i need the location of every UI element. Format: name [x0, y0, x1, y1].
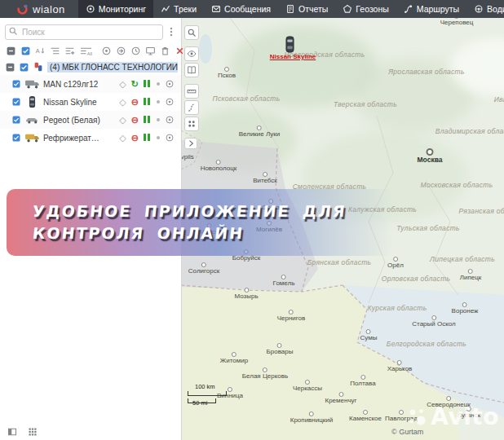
city-name: Липецк — [460, 274, 482, 281]
layout-toggle-icon[interactable] — [7, 427, 17, 437]
map-region-label: Тульская область — [396, 224, 460, 232]
map-search-button[interactable] — [184, 25, 199, 40]
map-region-label: Тверская область — [334, 100, 397, 108]
nav-item-drivers[interactable]: Водители — [466, 0, 504, 18]
map-city-label: Старый Оскол — [412, 315, 455, 328]
unit-checkbox[interactable] — [11, 97, 21, 107]
wialon-logo-icon — [16, 3, 29, 15]
locate-on-map-icon[interactable] — [101, 46, 112, 56]
promo-banner-line2: КОНТРОЛЯ ОНЛАЙН — [32, 222, 395, 244]
top-nav: wialon МониторингТрекиСообщенияОтчетыГео… — [0, 0, 504, 18]
unit-name[interactable]: Pegeot (Белая) — [43, 116, 104, 125]
connection-state-icon: ↻ — [131, 80, 139, 89]
unit-name[interactable]: Nissan Skyline — [43, 98, 104, 107]
search-row — [5, 24, 177, 40]
group-select-checkbox[interactable] — [19, 62, 29, 73]
search-icon — [187, 28, 197, 37]
show-all-icon[interactable]: All — [79, 46, 93, 56]
city-name: Житомир — [220, 357, 248, 364]
map-traffic-button[interactable] — [184, 117, 199, 131]
nav-item-tracks[interactable]: Треки — [153, 0, 204, 18]
history-icon[interactable] — [130, 46, 141, 56]
sort-az-icon[interactable]: A — [35, 46, 46, 56]
map-controls-expand-button[interactable] — [184, 138, 197, 149]
chevron-right-icon — [186, 139, 196, 148]
unit-marker-label[interactable]: Nissan Skyline — [270, 53, 316, 60]
map-region-label: Брянская область — [307, 258, 372, 266]
map-routing-button[interactable] — [184, 100, 199, 115]
ruler-icon — [187, 86, 197, 96]
sensor-dot-icon — [157, 118, 160, 121]
scale-km-bar: 100 km — [188, 391, 227, 396]
close-icon[interactable] — [175, 46, 185, 56]
nav-item-reports[interactable]: Отчеты — [278, 0, 335, 18]
unit-row[interactable]: Рефрижератор ...◇⊖ — [0, 129, 181, 147]
map-city-label: Витебск — [253, 172, 277, 184]
watch-unit-icon[interactable] — [165, 97, 175, 107]
route-icon — [187, 103, 197, 112]
nav-item-label: Маршруты — [417, 4, 459, 14]
map-city-label: Кременчуг — [325, 392, 356, 404]
city-name: Витебск — [253, 177, 277, 184]
wialon-logo[interactable]: wialon — [0, 3, 78, 15]
messages-icon — [211, 4, 221, 14]
routes-icon — [404, 4, 413, 14]
list-indent-icon[interactable] — [50, 46, 60, 56]
unit-row[interactable]: Pegeot (Белая)◇⊖ — [0, 111, 181, 129]
wialon-app: wialon МониторингТрекиСообщенияОтчетыГео… — [0, 0, 504, 440]
apps-grid-icon[interactable] — [28, 427, 38, 437]
unit-row[interactable]: MAN с129лг12◇↻ — [0, 75, 181, 93]
map-layers-button[interactable] — [184, 63, 199, 77]
map-city-label: Полтава — [350, 375, 375, 387]
city-name: Белая Церковь — [242, 372, 288, 380]
unit-state-icons: ◇⊖ — [119, 133, 178, 143]
scale-mi-label: 50 mi — [192, 399, 207, 407]
unit-checkbox[interactable] — [11, 79, 21, 89]
group-collapse-checkbox[interactable] — [5, 62, 15, 73]
more-options-icon[interactable] — [166, 25, 177, 38]
city-name: Череповец — [440, 19, 474, 26]
map-city-label: Белая Церковь — [242, 367, 288, 380]
nav-item-geofences[interactable]: Геозоны — [335, 0, 396, 18]
unit-group-row[interactable]: (4) МБК ГЛОНАСС ТЕХНОЛОГИИ (de... — [0, 59, 181, 75]
map-city-label: Харьков — [387, 360, 413, 372]
unit-name[interactable]: MAN с129лг12 — [43, 80, 104, 89]
watch-unit-icon[interactable] — [165, 79, 175, 89]
monitor-screen-icon[interactable] — [145, 46, 156, 56]
city-name: Старый Оскол — [412, 320, 455, 328]
group-name[interactable]: (4) МБК ГЛОНАСС ТЕХНОЛОГИИ (de... — [47, 62, 178, 73]
logo-text: wialon — [33, 3, 65, 15]
map-visibility-button[interactable] — [184, 46, 199, 61]
unit-list-toolbar: A All — [0, 43, 181, 59]
nav-item-messages[interactable]: Сообщения — [204, 0, 278, 18]
search-input[interactable] — [5, 24, 163, 40]
unit-checkbox[interactable] — [11, 133, 21, 143]
city-name: Сумы — [360, 334, 378, 341]
nav-item-routes[interactable]: Маршруты — [396, 0, 466, 18]
map-ruler-button[interactable] — [184, 84, 199, 99]
trash-icon[interactable] — [160, 46, 170, 56]
city-name: Чернигов — [277, 315, 306, 322]
map-city-label: Гомель — [273, 275, 295, 287]
nav-item-label: Треки — [174, 4, 197, 14]
geofences-icon — [343, 4, 352, 14]
follow-unit-icon[interactable] — [116, 46, 126, 56]
add-to-list-icon[interactable] — [64, 46, 75, 56]
unit-checkbox[interactable] — [11, 115, 21, 125]
select-all-checkbox[interactable] — [20, 46, 31, 56]
map-capital-label: Москва — [418, 148, 443, 164]
unit-marker-nissan-skyline[interactable] — [285, 36, 294, 53]
data-signal-icon — [144, 80, 152, 89]
nav-item-monitoring[interactable]: Мониторинг — [78, 0, 153, 18]
watch-unit-icon[interactable] — [165, 133, 175, 143]
map-city-label: Липецк — [460, 269, 482, 281]
map-city-label: Новополоцк — [201, 160, 237, 172]
map-region-label: Орловская область — [382, 275, 451, 283]
unit-row[interactable]: Nissan Skyline◇⊖ — [0, 93, 181, 111]
unit-name[interactable]: Рефрижератор ... — [43, 134, 104, 143]
map-city-label: Великие Луки — [239, 125, 281, 138]
collapse-all-checkbox[interactable] — [6, 46, 16, 56]
data-signal-icon — [144, 98, 152, 107]
city-name: Харьков — [387, 365, 413, 372]
watch-unit-icon[interactable] — [165, 115, 175, 125]
